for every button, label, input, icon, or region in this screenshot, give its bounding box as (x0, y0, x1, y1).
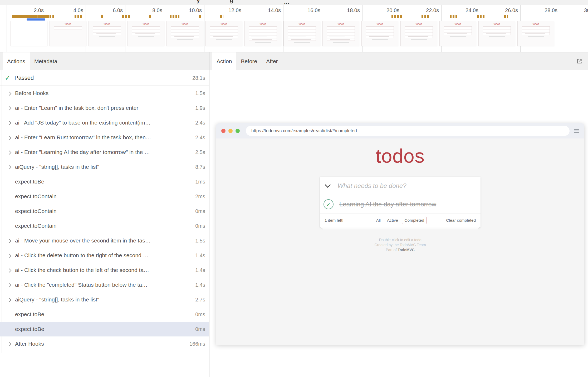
filmstrip-frame[interactable]: todos (205, 21, 242, 46)
mini-todos-title: todos (167, 23, 203, 26)
action-row[interactable]: Before Hooks 1.5s (0, 86, 209, 101)
toggle-all-chevron-icon[interactable] (325, 182, 331, 188)
action-row[interactable]: expect.toContain 0ms (0, 219, 209, 233)
action-label: ai - Add "JS today" to base on the exist… (15, 120, 193, 126)
expand-chevron-icon (7, 269, 12, 273)
action-label: expect.toBe (15, 311, 193, 318)
new-todo-row[interactable]: What needs to be done? (320, 177, 481, 195)
filmstrip-frame[interactable]: todos (11, 21, 47, 46)
action-row[interactable]: expect.toBe 0ms (0, 322, 209, 336)
action-label: ai - Move your mouse over the second ite… (15, 237, 193, 244)
mini-todo-card (483, 26, 511, 35)
action-label: ai - Click the "completed" Status button… (15, 282, 193, 288)
expand-chevron-icon (7, 239, 12, 243)
traffic-light-yellow (228, 129, 233, 133)
mini-todos-title: todos (440, 23, 476, 26)
clear-completed-button[interactable]: Clear completed (446, 218, 476, 223)
timeline[interactable]: 2.0s 4.0s 6.0s 8.0s 10.0s 12.0s 14.0s 16… (0, 5, 588, 52)
mini-todo-card (327, 26, 355, 41)
action-duration: 1.4s (193, 282, 209, 288)
timeline-tick-label: 10.0s (189, 7, 202, 13)
action-row[interactable]: ai - Enter "Learning AI the day after to… (0, 145, 209, 160)
action-row[interactable]: ai - Add "JS today" to base on the exist… (0, 115, 209, 130)
action-row[interactable]: aiQuery - "string[], tasks in the list" … (0, 292, 209, 307)
filmstrip-frame[interactable]: todos (89, 21, 125, 46)
filmstrip-frame[interactable]: todos (283, 21, 320, 46)
action-row[interactable]: ai - Enter "Learn" in the task box, don'… (0, 101, 209, 115)
action-duration: 1.9s (193, 105, 209, 111)
snapshot-tab[interactable]: After (262, 52, 282, 70)
expand-chevron-icon (7, 298, 12, 302)
action-label: ai - Enter "Learn Rust tomorrow" in the … (15, 134, 193, 141)
filmstrip-frame[interactable]: todos (128, 21, 164, 46)
mini-todos-title: todos (323, 23, 359, 26)
action-duration: 2ms (193, 194, 209, 200)
action-mark (122, 15, 130, 18)
timeline-tick-label: 6.0s (113, 7, 123, 13)
action-label: ai - Enter "Learning AI the day after to… (15, 149, 193, 155)
timeline-tick-label: 16.0s (307, 7, 320, 13)
expand-chevron-icon (7, 342, 12, 346)
test-status-row[interactable]: ✓ Passed 28.1s (0, 70, 209, 86)
action-mark (477, 15, 486, 18)
action-label: expect.toBe (15, 326, 193, 332)
mini-todos-title: todos (284, 23, 320, 26)
filmstrip-frame[interactable]: todos (517, 21, 554, 46)
left-panel-tab[interactable]: Actions (3, 52, 30, 70)
filmstrip-frame[interactable]: todos (244, 21, 281, 46)
browser-chrome: https://todomvc.com/examples/react/dist/… (216, 123, 584, 138)
action-row[interactable]: expect.toBe 1ms (0, 174, 209, 189)
mini-todos-title: todos (362, 23, 398, 26)
action-row[interactable]: ai - Move your mouse over the second ite… (0, 233, 209, 248)
todo-toggle-checked-icon[interactable]: ✓ (324, 199, 334, 209)
new-todo-placeholder[interactable]: What needs to be done? (337, 182, 406, 190)
filmstrip-frame[interactable]: todos (322, 21, 359, 46)
action-duration: 0ms (193, 208, 209, 214)
action-row[interactable]: expect.toContain 0ms (0, 204, 209, 219)
timeline-tick-label: 26.0s (505, 7, 518, 13)
filmstrip-frame[interactable]: todos (478, 21, 515, 46)
action-mark (50, 15, 55, 18)
expand-chevron-icon (7, 106, 12, 111)
address-bar[interactable]: https://todomvc.com/examples/react/dist/… (246, 126, 570, 136)
filmstrip-frame[interactable]: todos (439, 21, 476, 46)
timeline-tick-label: 30.0s (584, 7, 588, 13)
filmstrip-frame[interactable]: todos (361, 21, 398, 46)
action-row[interactable]: After Hooks 166ms (0, 336, 209, 351)
action-label: expect.toContain (15, 208, 193, 214)
mini-todo-card (249, 26, 277, 41)
mini-todo-card (288, 26, 316, 41)
action-row[interactable]: ai - Click the check button to the left … (0, 263, 209, 277)
filmstrip-frame[interactable]: todos (400, 21, 437, 46)
action-mark (504, 15, 508, 18)
mini-todo-card (522, 26, 550, 35)
filmstrip-frame[interactable]: todos (50, 21, 86, 46)
action-duration: 0ms (193, 326, 209, 332)
expand-chevron-icon (7, 151, 12, 155)
action-row[interactable]: aiQuery - "string[], tasks in the list" … (0, 160, 209, 174)
action-mark (220, 15, 223, 18)
action-mark (75, 15, 82, 18)
info-line: Part of TodoMVC (216, 247, 584, 252)
filter-button[interactable]: Active (385, 217, 400, 224)
action-row[interactable]: expect.toBe 0ms (0, 307, 209, 322)
timeline-tick-label: 4.0s (73, 7, 83, 13)
mini-todos-title: todos (89, 23, 125, 26)
actions-panel: ActionsMetadata ✓ Passed 28.1s Before Ho… (0, 52, 209, 377)
action-label: ai - Click the delete button to the righ… (15, 252, 193, 259)
mini-todo-card (210, 26, 238, 38)
open-in-new-window-icon[interactable] (576, 58, 583, 65)
mini-todos-title: todos (518, 23, 554, 26)
action-row[interactable]: ai - Click the "completed" Status button… (0, 277, 209, 292)
filter-button[interactable]: All (374, 217, 383, 224)
snapshot-tab[interactable]: Action (212, 52, 236, 70)
filmstrip-frame[interactable]: todos (166, 21, 203, 46)
left-panel-tab[interactable]: Metadata (30, 52, 62, 70)
action-row[interactable]: ai - Enter "Learn Rust tomorrow" in the … (0, 130, 209, 145)
items-left-count: 1 item left! (325, 218, 344, 223)
timeline-tick-label: 8.0s (152, 7, 162, 13)
snapshot-tab[interactable]: Before (236, 52, 262, 70)
action-row[interactable]: expect.toContain 2ms (0, 189, 209, 204)
filter-button[interactable]: Completed (402, 217, 427, 224)
action-row[interactable]: ai - Click the delete button to the righ… (0, 248, 209, 263)
